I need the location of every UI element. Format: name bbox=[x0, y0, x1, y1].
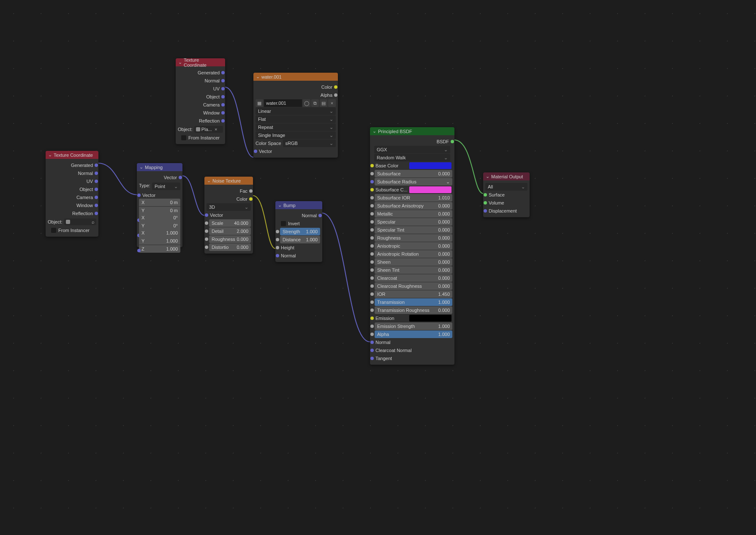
node-title: Noise Texture bbox=[212, 178, 241, 183]
socket-in-vector[interactable]: Vector bbox=[207, 211, 251, 219]
socket-out-uv[interactable]: UV bbox=[48, 177, 96, 185]
node-header[interactable]: ⌄Texture Coordinate bbox=[176, 58, 225, 66]
node-texture-coordinate-1[interactable]: ⌄Texture Coordinate Generated Normal UV … bbox=[46, 151, 98, 237]
socket-out-normal[interactable]: Normal bbox=[48, 169, 96, 177]
node-header[interactable]: ⌄Principled BSDF bbox=[370, 127, 454, 135]
node-title: water.001 bbox=[261, 74, 282, 79]
socket-in-specular-tint: Specular Tint0.000 bbox=[372, 226, 452, 234]
object-picker[interactable]: ⌕ bbox=[64, 218, 96, 225]
extension-dropdown[interactable]: Repeat bbox=[256, 123, 336, 131]
node-principled-bsdf[interactable]: ⌄Principled BSDF BSDF GGX Random Walk Ba… bbox=[370, 127, 454, 365]
source-dropdown[interactable]: Single Image bbox=[256, 131, 336, 139]
newcopy-icon[interactable]: ⧉ bbox=[311, 99, 319, 107]
socket-in-height[interactable]: Height bbox=[277, 244, 320, 251]
subsurface-method-dropdown[interactable]: Random Walk bbox=[374, 154, 450, 161]
interpolation-dropdown[interactable]: Linear bbox=[256, 107, 336, 115]
colorspace-dropdown[interactable]: sRGB bbox=[283, 139, 336, 147]
socket-out-normal[interactable]: Normal bbox=[178, 77, 223, 85]
image-browser[interactable]: ▦ water.001 ◯ ⧉ ▤ × bbox=[256, 99, 336, 107]
socket-in-sheen-tint: Sheen Tint0.000 bbox=[372, 266, 452, 274]
node-mapping[interactable]: ⌄Mapping Vector Type:Point Vector Locati… bbox=[137, 163, 182, 247]
node-title: Texture Coordinate bbox=[54, 153, 93, 158]
socket-in-transmission-roughness: Transmission Roughness0.000 bbox=[372, 306, 452, 314]
socket-out-vector[interactable]: Vector bbox=[139, 174, 180, 181]
node-header[interactable]: ⌄Mapping bbox=[137, 163, 182, 171]
socket-in-base-color[interactable]: Base Color bbox=[372, 162, 452, 169]
node-header[interactable]: ⌄Texture Coordinate bbox=[46, 151, 98, 159]
socket-out-bsdf[interactable]: BSDF bbox=[372, 138, 452, 145]
socket-in-surface[interactable]: Surface bbox=[485, 191, 528, 199]
from-instancer-check[interactable]: From Instancer bbox=[48, 227, 96, 234]
node-title: Principled BSDF bbox=[378, 129, 412, 134]
node-material-output[interactable]: ⌄Material Output All Surface Volume Disp… bbox=[483, 172, 530, 217]
from-instancer-check[interactable]: From Instancer bbox=[178, 134, 223, 142]
socket-in-roughness: Roughness0.000 bbox=[372, 234, 452, 242]
node-title: Bump bbox=[283, 203, 296, 208]
chevron-down-icon: ⌄ bbox=[486, 174, 489, 179]
node-title: Material Output bbox=[491, 174, 523, 179]
node-image-texture[interactable]: ⌄water.001 Color Alpha ▦ water.001 ◯ ⧉ ▤… bbox=[253, 73, 338, 158]
socket-out-generated[interactable]: Generated bbox=[178, 69, 223, 76]
unlink-icon[interactable]: ◯ bbox=[303, 99, 310, 107]
socket-in-roughness: Roughness0.000 bbox=[207, 235, 251, 243]
chevron-down-icon: ⌄ bbox=[48, 152, 52, 158]
socket-out-color[interactable]: Color bbox=[256, 83, 336, 91]
node-header[interactable]: ⌄Noise Texture bbox=[204, 177, 253, 185]
socket-out-normal[interactable]: Normal bbox=[277, 212, 320, 219]
socket-in-strength: Strength1.000 bbox=[277, 228, 320, 235]
object-label: Object: bbox=[178, 127, 193, 132]
node-noise-texture[interactable]: ⌄Noise Texture Fac Color 3D Vector Scale… bbox=[204, 177, 253, 254]
socket-in-subsurface-anisotropy: Subsurface Anisotropy0.000 bbox=[372, 202, 452, 210]
socket-out-generated[interactable]: Generated bbox=[48, 161, 96, 169]
chevron-down-icon: ⌄ bbox=[278, 202, 282, 208]
socket-in-subsurface-ior: Subsurface IOR1.010 bbox=[372, 194, 452, 202]
chevron-down-icon: ⌄ bbox=[256, 74, 260, 79]
socket-out-alpha[interactable]: Alpha bbox=[256, 91, 336, 99]
node-bump[interactable]: ⌄Bump Normal Invert Strength1.000 Distan… bbox=[275, 201, 322, 262]
close-icon[interactable]: × bbox=[328, 99, 336, 107]
socket-in-vector[interactable]: Vector bbox=[256, 147, 336, 155]
socket-in-tangent[interactable]: Tangent bbox=[372, 355, 452, 362]
socket-in-subsurface-color[interactable]: Subsurface C... bbox=[372, 186, 452, 194]
scale-inputs[interactable]: X1.000 Y1.000 Z1.000 bbox=[139, 229, 180, 253]
socket-in-distortion: Distortio0.000 bbox=[207, 243, 251, 251]
socket-out-uv[interactable]: UV bbox=[178, 85, 223, 93]
socket-out-color[interactable]: Color bbox=[207, 195, 251, 203]
socket-out-camera[interactable]: Camera bbox=[48, 194, 96, 201]
socket-out-object[interactable]: Object bbox=[48, 186, 96, 193]
target-dropdown[interactable]: All bbox=[485, 183, 528, 191]
image-icon[interactable]: ▦ bbox=[256, 99, 263, 107]
socket-in-volume[interactable]: Volume bbox=[485, 199, 528, 207]
socket-in-subsurface-radius: Subsurface Radius⌄ bbox=[372, 178, 452, 186]
socket-in-clearcoat-roughness: Clearcoat Roughness0.000 bbox=[372, 282, 452, 290]
socket-in-normal[interactable]: Normal bbox=[372, 338, 452, 346]
socket-out-object[interactable]: Object bbox=[178, 93, 223, 101]
socket-out-reflection[interactable]: Reflection bbox=[178, 117, 223, 125]
socket-in-displacement[interactable]: Displacement bbox=[485, 207, 528, 215]
node-header[interactable]: ⌄water.001 bbox=[253, 73, 338, 81]
socket-in-transmission: Transmission1.000 bbox=[372, 298, 452, 306]
node-header[interactable]: ⌄Material Output bbox=[483, 172, 530, 180]
socket-out-fac[interactable]: Fac bbox=[207, 187, 251, 195]
socket-out-window[interactable]: Window bbox=[48, 202, 96, 209]
dimensions-dropdown[interactable]: 3D bbox=[207, 203, 251, 211]
object-picker[interactable]: Pla...× bbox=[194, 126, 223, 133]
socket-in-normal[interactable]: Normal bbox=[277, 252, 320, 259]
socket-in-clearcoat: Clearcoat0.000 bbox=[372, 274, 452, 282]
socket-in-clearcoat-normal[interactable]: Clearcoat Normal bbox=[372, 347, 452, 354]
open-icon[interactable]: ▤ bbox=[320, 99, 327, 107]
socket-in-emission[interactable]: Emission bbox=[372, 314, 452, 322]
distribution-dropdown[interactable]: GGX bbox=[374, 146, 450, 153]
chevron-down-icon: ⌄ bbox=[207, 178, 211, 183]
chevron-down-icon: ⌄ bbox=[373, 128, 376, 134]
socket-out-camera[interactable]: Camera bbox=[178, 101, 223, 109]
projection-dropdown[interactable]: Flat bbox=[256, 115, 336, 123]
socket-out-window[interactable]: Window bbox=[178, 109, 223, 117]
type-dropdown[interactable]: Point bbox=[152, 183, 180, 190]
node-header[interactable]: ⌄Bump bbox=[275, 201, 322, 209]
invert-check[interactable]: Invert bbox=[277, 220, 320, 227]
node-texture-coordinate-2[interactable]: ⌄Texture Coordinate Generated Normal UV … bbox=[176, 58, 225, 144]
socket-out-reflection[interactable]: Reflection bbox=[48, 210, 96, 217]
base-color-swatch bbox=[409, 162, 451, 169]
clear-icon[interactable]: × bbox=[213, 127, 218, 132]
